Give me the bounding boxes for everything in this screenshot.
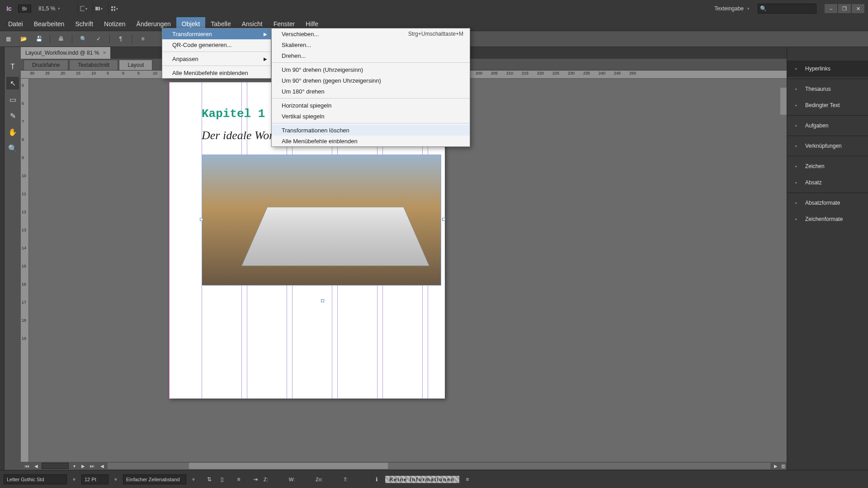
menu-item[interactable]: Transformationen löschen (272, 125, 470, 136)
workspace-dropdown[interactable]: Texteingabe (710, 4, 754, 13)
minimize-button[interactable]: – (825, 4, 837, 13)
info-icon[interactable]: ℹ (373, 475, 382, 484)
panel-zeichen[interactable]: ▫Zeichen (787, 158, 868, 174)
selection-handle[interactable] (442, 218, 445, 221)
menu-item[interactable]: Verschieben...Strg+Umschalttaste+M (272, 28, 470, 39)
new-doc-icon[interactable]: ▦ (4, 34, 13, 43)
right-panel: ▫Hyperlinks▫Thesaurus▫Bedingter Text▫Auf… (787, 47, 868, 470)
next-page-button[interactable]: ▶ (80, 463, 87, 469)
open-icon[interactable]: 📂 (19, 34, 28, 43)
maximize-button[interactable]: ❐ (838, 4, 851, 13)
view-tab-2[interactable]: Layout (119, 60, 152, 70)
menu-icon[interactable]: ≡ (138, 34, 147, 43)
zn-label: Zn: (316, 477, 323, 482)
close-button[interactable]: ✕ (852, 4, 864, 13)
zoom-tool[interactable]: 🔍 (6, 142, 19, 155)
panel-label: Hyperlinks (805, 66, 830, 72)
panel-absatzformate[interactable]: ▫Absatzformate (787, 195, 868, 211)
spellcheck-icon[interactable]: ✓ (94, 34, 103, 43)
first-page-button[interactable]: ⏮ (24, 463, 31, 469)
page-dropdown[interactable]: ▾ (71, 463, 78, 469)
save-icon[interactable]: 💾 (34, 34, 43, 43)
svg-rect-4 (114, 6, 115, 8)
font-family-field[interactable]: Letter Gothic Std (4, 474, 67, 484)
selection-handle[interactable] (200, 218, 203, 221)
bridge-button[interactable]: Br (18, 5, 31, 13)
scroll-left-button[interactable]: ◀ (99, 463, 106, 469)
menu-schrift[interactable]: Schrift (70, 17, 99, 31)
search-input[interactable]: 🔍 (758, 4, 816, 14)
panel-bedingter text[interactable]: ▫Bedingter Text (787, 97, 868, 113)
hscroll-track[interactable] (108, 463, 770, 469)
page-number-field[interactable] (42, 463, 69, 469)
close-icon[interactable]: × (103, 50, 106, 56)
view-options-2[interactable] (93, 3, 104, 14)
panel-aufgaben[interactable]: ▫Aufgaben (787, 117, 868, 134)
print-icon[interactable]: 🖶 (57, 34, 66, 43)
svg-rect-5 (111, 9, 113, 11)
vertical-scrollbar[interactable] (780, 79, 787, 462)
menu-item[interactable]: Horizontal spiegeln (272, 100, 470, 111)
zoom-dropdown[interactable]: 81,5 % (35, 5, 64, 13)
panel-verknüpfungen[interactable]: ▫Verknüpfungen (787, 138, 868, 154)
menu-item[interactable]: Um 90° drehen (gegen Uhrzeigersinn) (272, 75, 470, 86)
placed-image (241, 207, 429, 266)
view-options-3[interactable] (108, 3, 120, 14)
menu-datei[interactable]: Datei (3, 17, 28, 31)
font-size-field[interactable]: 12 Pt (81, 474, 108, 484)
view-tab-0[interactable]: Druckfahne (24, 60, 68, 70)
type-tool[interactable]: T (6, 61, 19, 73)
dropdown-arrow-icon[interactable]: ▾ (71, 476, 78, 483)
toggle-b-icon[interactable]: ▯ (217, 475, 226, 484)
menu-item[interactable]: Skalieren... (272, 39, 470, 50)
split-view-button[interactable]: ▥ (779, 463, 787, 469)
scroll-right-button[interactable]: ▶ (772, 463, 779, 469)
pilcrow-icon[interactable]: ¶ (116, 34, 125, 43)
note-tool[interactable]: ▭ (6, 93, 19, 106)
dropdown-arrow-icon[interactable]: ▾ (190, 476, 197, 483)
panel-label: Thesaurus (805, 86, 831, 92)
menu-notizen[interactable]: Notizen (99, 17, 131, 31)
hand-tool[interactable]: ✋ (6, 126, 19, 138)
toggle-a-icon[interactable]: ⇅ (205, 475, 214, 484)
menu-bearbeiten[interactable]: Bearbeiten (28, 17, 70, 31)
panel-zeichenformate[interactable]: ▫Zeichenformate (787, 211, 868, 227)
panel-label: Aufgaben (805, 122, 828, 129)
tasks-icon: ▫ (792, 121, 801, 130)
view-options-1[interactable] (77, 3, 89, 14)
view-tab-1[interactable]: Textabschnitt (69, 60, 118, 70)
leading-field[interactable]: Einfacher Zeilenabstand (123, 474, 186, 484)
svg-rect-3 (111, 6, 113, 8)
position-tool[interactable]: ↖ (6, 77, 19, 89)
menu-item[interactable]: Alle Menübefehle einblenden (162, 67, 271, 78)
indent-icon[interactable]: ⇥ (251, 475, 260, 484)
document-tab-label: Layout_Workflow.indd @ 81 % (25, 50, 99, 56)
panel-hyperlinks[interactable]: ▫Hyperlinks (787, 61, 868, 77)
eyedropper-tool[interactable]: ✎ (6, 109, 19, 122)
find-icon[interactable]: 🔍 (79, 34, 88, 43)
menu-item[interactable]: Vertikal spiegeln (272, 111, 470, 122)
menu-item[interactable]: Um 90° drehen (Uhrzeigersinn) (272, 64, 470, 75)
menu-item[interactable]: QR-Code generieren... (162, 39, 271, 50)
selection-handle[interactable] (321, 299, 324, 302)
document-tab[interactable]: Layout_Workflow.indd @ 81 % × (21, 47, 110, 59)
align-icon[interactable]: ≡ (234, 475, 243, 484)
menu-item[interactable]: Um 180° drehen (272, 86, 470, 97)
para-icon: ▫ (792, 178, 801, 187)
menu-item[interactable]: Drehen... (272, 50, 470, 61)
panel-label: Zeichenformate (805, 216, 843, 222)
image-frame[interactable] (202, 155, 441, 286)
menu-item[interactable]: Anpassen▶ (162, 53, 271, 64)
panel-absatz[interactable]: ▫Absatz (787, 174, 868, 191)
prev-page-button[interactable]: ◀ (33, 463, 40, 469)
left-gutter (0, 47, 5, 470)
statusbar: Letter Gothic Std ▾ 12 Pt ▾ Einfacher Ze… (0, 470, 868, 488)
panel-thesaurus[interactable]: ▫Thesaurus (787, 81, 868, 97)
menu-icon[interactable]: ≡ (463, 475, 472, 484)
menu-item[interactable]: Alle Menübefehle einblenden (272, 136, 470, 146)
dropdown-arrow-icon[interactable]: ▾ (112, 476, 119, 483)
menu-item[interactable]: Transformieren▶ (162, 28, 271, 39)
panel-label: Bedingter Text (805, 102, 840, 108)
conditional-icon: ▫ (792, 101, 801, 110)
last-page-button[interactable]: ⏭ (89, 463, 96, 469)
